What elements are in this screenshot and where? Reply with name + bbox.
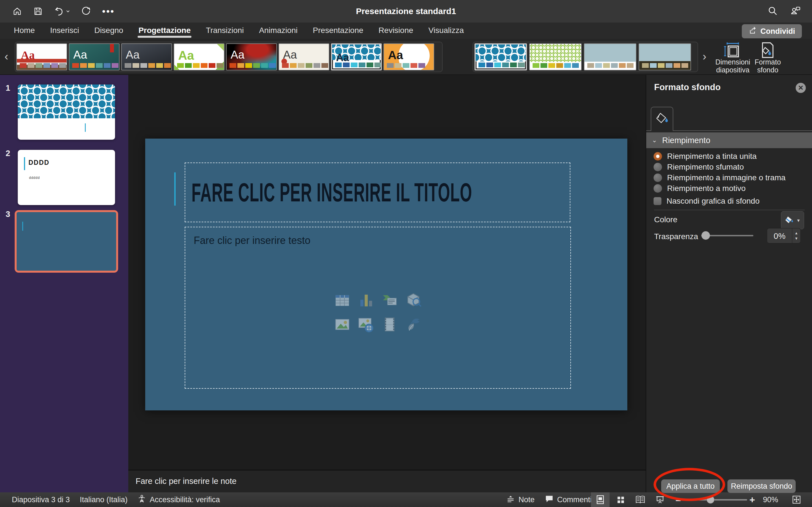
slide-thumbnail-1[interactable] bbox=[18, 84, 115, 140]
search-icon[interactable] bbox=[767, 6, 777, 17]
variant-gallery bbox=[472, 42, 698, 72]
title-placeholder[interactable]: FARE CLIC PER INSERIRE IL TITOLO bbox=[185, 163, 570, 222]
share-button[interactable]: Condividi bbox=[742, 24, 802, 38]
slide-thumbnail-3[interactable] bbox=[15, 210, 118, 273]
title-placeholder-text: FARE CLIC PER INSERIRE IL TITOLO bbox=[192, 178, 472, 207]
tab-progettazione[interactable]: Progettazione bbox=[131, 22, 198, 39]
variant-pattern-green[interactable] bbox=[529, 43, 581, 70]
stepper-down-icon[interactable]: ▼ bbox=[795, 236, 798, 240]
reset-background-button[interactable]: Reimposta sfondo bbox=[727, 480, 796, 493]
tab-revisione[interactable]: Revisione bbox=[371, 22, 421, 39]
radio-selected-icon bbox=[654, 152, 662, 161]
slide3-surface bbox=[17, 212, 116, 271]
radio-pattern-fill[interactable]: Riempimento a motivo bbox=[654, 184, 746, 193]
theme-color-swatches bbox=[587, 63, 633, 68]
slide-counter[interactable]: Diapositiva 3 di 3 bbox=[12, 492, 70, 507]
insert-3d-model-icon[interactable] bbox=[405, 292, 421, 308]
gallery-scroll-right-icon[interactable]: › bbox=[703, 51, 706, 62]
insert-stock-icons-icon[interactable] bbox=[405, 316, 421, 333]
radio-label: Riempimento sfumato bbox=[667, 163, 744, 172]
slide-sorter-view-button[interactable] bbox=[611, 492, 630, 507]
radio-icon bbox=[654, 163, 662, 171]
theme-ion-teal[interactable]: Aa bbox=[69, 43, 119, 70]
transparency-slider-thumb[interactable] bbox=[702, 231, 710, 240]
tab-transizioni[interactable]: Transizioni bbox=[198, 22, 251, 39]
theme-aa-label: Aa bbox=[231, 48, 245, 61]
zoom-level[interactable]: 90% bbox=[763, 492, 778, 507]
tab-presentazione[interactable]: Presentazione bbox=[305, 22, 371, 39]
status-bar: Diapositiva 3 di 3 Italiano (Italia) Acc… bbox=[0, 492, 812, 507]
tab-inserisci[interactable]: Inserisci bbox=[43, 22, 87, 39]
account-feedback-icon[interactable] bbox=[790, 5, 801, 17]
theme-color-swatches bbox=[72, 63, 118, 68]
radio-solid-fill[interactable]: Riempimento a tinta unita bbox=[654, 152, 757, 161]
theme-frame[interactable]: Aa bbox=[384, 43, 434, 70]
insert-online-picture-icon[interactable] bbox=[358, 316, 374, 333]
radio-picture-fill[interactable]: Riempimento a immagine o trama bbox=[654, 173, 785, 182]
content-placeholder[interactable]: Fare clic per inserire testo bbox=[185, 227, 571, 389]
zoom-slider-track[interactable] bbox=[688, 499, 747, 501]
tab-disegno[interactable]: Disegno bbox=[87, 22, 131, 39]
close-panel-icon[interactable]: ✕ bbox=[796, 83, 806, 93]
theme-circuit[interactable]: Aa bbox=[331, 43, 382, 70]
theme-banded-red[interactable]: Aa bbox=[16, 43, 67, 70]
slide-size-button[interactable]: Dimensioni diapositiva bbox=[716, 42, 750, 73]
slide1-pattern bbox=[18, 84, 115, 118]
fill-tab[interactable] bbox=[651, 107, 673, 131]
transparency-value[interactable]: 0% bbox=[767, 228, 792, 243]
fill-color-picker[interactable]: ▼ bbox=[781, 211, 804, 229]
slideshow-view-button[interactable] bbox=[651, 492, 669, 507]
paint-bucket-icon bbox=[656, 112, 668, 126]
insert-chart-icon[interactable] bbox=[358, 292, 374, 308]
checkbox-icon bbox=[654, 197, 661, 205]
theme-ion-dark[interactable]: Aa bbox=[121, 43, 172, 70]
variant-dark-footer[interactable] bbox=[639, 43, 691, 70]
hide-background-checkbox[interactable]: Nascondi grafica di sfondo bbox=[654, 196, 760, 206]
slide-thumbnail-panel: 1 2 DDDD ddddd 3 bbox=[0, 75, 128, 492]
stepper-up-icon[interactable]: ▲ bbox=[795, 231, 798, 235]
theme-color-swatches bbox=[532, 63, 579, 68]
fill-section-header[interactable]: ⌄ Riempimento bbox=[646, 132, 812, 148]
zoom-out-button[interactable]: – bbox=[675, 492, 681, 507]
transparency-label: Trasparenza bbox=[654, 232, 698, 241]
text-cursor bbox=[22, 222, 23, 231]
radio-icon bbox=[654, 173, 662, 182]
theme-aa-label: Aa bbox=[388, 48, 403, 62]
theme-aa-label: Aa bbox=[283, 48, 297, 61]
theme-color-swatches bbox=[124, 63, 171, 68]
theme-color-swatches bbox=[642, 63, 688, 68]
slide-editing-surface[interactable]: FARE CLIC PER INSERIRE IL TITOLO Fare cl… bbox=[145, 138, 627, 410]
language-indicator[interactable]: Italiano (Italia) bbox=[80, 492, 128, 507]
text-cursor bbox=[85, 123, 86, 132]
insert-smartart-icon[interactable] bbox=[382, 292, 398, 308]
apply-to-all-button[interactable]: Applica a tutto bbox=[661, 480, 720, 493]
transparency-stepper[interactable]: ▲▼ bbox=[792, 228, 801, 243]
slide-number: 1 bbox=[6, 83, 10, 93]
tab-home[interactable]: Home bbox=[6, 22, 43, 39]
insert-table-icon[interactable] bbox=[334, 292, 350, 308]
gallery-scroll-left-icon[interactable]: ‹ bbox=[4, 51, 8, 62]
radio-gradient-fill[interactable]: Riempimento sfumato bbox=[654, 163, 744, 172]
notes-toggle[interactable]: Note bbox=[506, 492, 535, 507]
slide-thumbnail-2[interactable]: DDDD ddddd bbox=[18, 150, 115, 205]
normal-view-button[interactable] bbox=[591, 492, 610, 507]
insert-video-icon[interactable] bbox=[382, 316, 398, 333]
accessibility-status[interactable]: Accessibilità: verifica bbox=[137, 492, 220, 507]
variant-pattern-blue[interactable] bbox=[474, 43, 527, 70]
tab-visualizza[interactable]: Visualizza bbox=[421, 22, 472, 39]
theme-vapor[interactable]: Aa bbox=[226, 43, 277, 70]
reading-view-button[interactable] bbox=[631, 492, 650, 507]
slide-number: 2 bbox=[6, 149, 10, 158]
format-background-button[interactable]: Formato sfondo bbox=[751, 42, 785, 73]
tab-animazioni[interactable]: Animazioni bbox=[252, 22, 305, 39]
zoom-in-button[interactable]: + bbox=[749, 492, 755, 507]
theme-aa-label: Aa bbox=[21, 48, 35, 62]
theme-facet[interactable]: Aa bbox=[174, 43, 224, 70]
variant-plain-light[interactable] bbox=[584, 43, 637, 70]
notes-pane[interactable]: Fare clic per inserire le note bbox=[128, 470, 646, 492]
insert-picture-icon[interactable] bbox=[334, 316, 350, 333]
zoom-slider-thumb[interactable] bbox=[707, 496, 714, 504]
fit-slide-to-window-button[interactable] bbox=[787, 492, 806, 507]
comments-toggle[interactable]: Commenti bbox=[545, 492, 592, 507]
theme-wisp[interactable]: Aa bbox=[278, 43, 329, 70]
